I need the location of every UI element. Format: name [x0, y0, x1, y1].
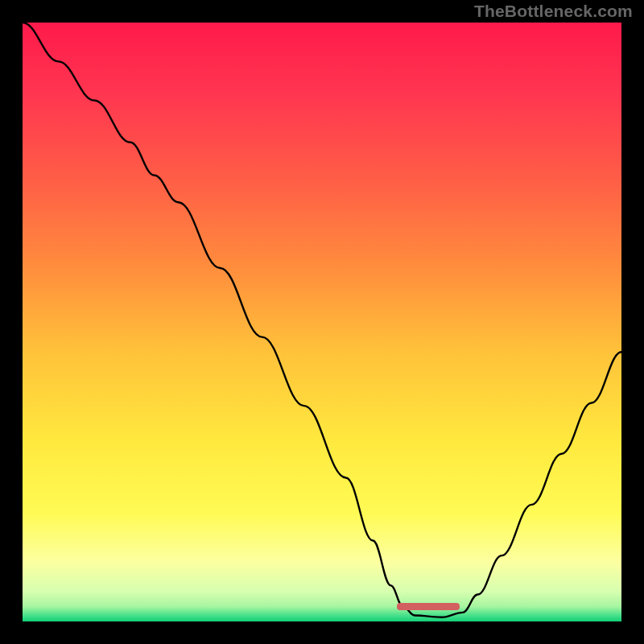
gradient-background: [23, 23, 621, 621]
watermark-text: TheBottleneck.com: [474, 2, 633, 21]
optimal-range-marker: [397, 603, 460, 610]
chart-svg: [23, 23, 621, 621]
plot-area: [23, 23, 621, 621]
chart-frame: TheBottleneck.com: [0, 0, 644, 644]
